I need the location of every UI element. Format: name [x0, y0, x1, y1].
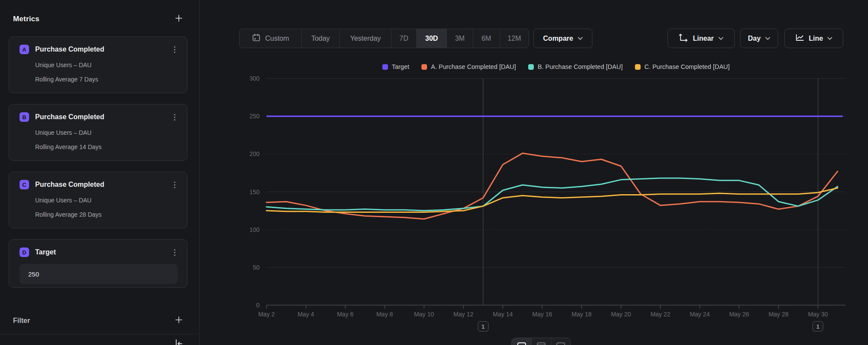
y-axis-label: 100	[250, 226, 260, 233]
x-axis-label: May 22	[651, 311, 671, 318]
y-axis-label: 250	[250, 113, 260, 120]
x-axis-label: May 14	[493, 311, 513, 318]
x-axis-label: May 6	[337, 311, 353, 318]
x-axis-label: May 12	[454, 311, 473, 318]
y-axis-label: 200	[250, 150, 260, 157]
rows-layout-icon	[536, 342, 546, 345]
dashboard-root: { "sidebar": { "title": "Metrics", "add_…	[0, 0, 868, 345]
x-axis-label: May 26	[729, 311, 749, 318]
panel-layout-button[interactable]	[512, 338, 531, 345]
x-axis-label: May 16	[532, 311, 552, 318]
annotation-badge[interactable]: 1	[478, 321, 489, 332]
x-axis-label: May 28	[769, 311, 789, 318]
x-axis-label: May 4	[298, 311, 314, 318]
single-panel-icon	[556, 342, 566, 345]
x-axis-label: May 20	[611, 311, 631, 318]
panel-layout-icon	[516, 342, 527, 345]
x-axis-label: May 24	[690, 311, 710, 318]
x-axis-label: May 2	[258, 311, 275, 318]
y-axis-label: 0	[256, 302, 260, 309]
y-axis-label: 50	[253, 264, 260, 271]
line-chart: 050100150200250300May 2May 4May 6May 8Ma…	[0, 0, 868, 345]
x-axis-label: May 10	[414, 311, 434, 318]
annotation-badge[interactable]: 1	[812, 321, 823, 332]
x-axis-label: May 8	[376, 311, 393, 318]
single-panel-button[interactable]	[551, 338, 570, 345]
rows-layout-button[interactable]	[531, 338, 551, 345]
x-axis-label: May 30	[808, 311, 828, 318]
x-axis-label: May 18	[572, 311, 592, 318]
chart-layout-toggle-group	[511, 338, 571, 345]
y-axis-label: 300	[250, 75, 260, 82]
y-axis-label: 150	[250, 189, 260, 195]
